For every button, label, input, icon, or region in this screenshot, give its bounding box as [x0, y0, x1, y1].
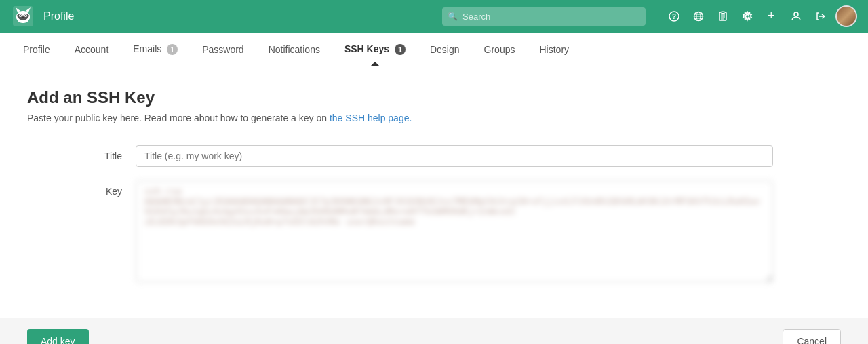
svg-rect-18	[721, 12, 725, 14]
tab-design[interactable]: Design	[418, 33, 472, 66]
help-icon[interactable]: ?	[665, 7, 684, 26]
svg-text:?: ?	[672, 13, 676, 20]
page-description: Paste your public key here. Read more ab…	[27, 113, 787, 123]
search-input[interactable]	[442, 7, 646, 26]
add-icon[interactable]: +	[762, 7, 781, 26]
signout-icon[interactable]	[811, 7, 830, 26]
avatar[interactable]	[835, 5, 857, 27]
subnav: Profile Account Emails 1 Password Notifi…	[0, 33, 868, 66]
tab-password[interactable]: Password	[190, 33, 256, 66]
search-container: 🔍	[442, 7, 646, 26]
svg-point-24	[794, 12, 798, 16]
logo[interactable]	[11, 4, 35, 28]
title-label: Title	[27, 145, 136, 161]
avatar-image	[837, 7, 856, 26]
key-label: Key	[27, 180, 136, 197]
search-icon: 🔍	[448, 12, 458, 21]
tab-profile[interactable]: Profile	[11, 33, 62, 66]
tab-emails[interactable]: Emails 1	[121, 33, 190, 66]
ssh-help-link[interactable]: the SSH help page.	[330, 113, 412, 123]
settings-icon[interactable]	[738, 7, 757, 26]
svg-point-9	[22, 17, 24, 18]
svg-point-8	[25, 15, 26, 16]
footer-bar: Add key Cancel	[0, 318, 868, 344]
title-field-row: Title	[27, 145, 787, 167]
svg-point-22	[746, 15, 749, 18]
tab-account[interactable]: Account	[62, 33, 121, 66]
cancel-button[interactable]: Cancel	[783, 329, 841, 344]
title-input[interactable]	[136, 145, 773, 167]
clipboard-icon[interactable]	[713, 7, 732, 26]
navbar-icons: ? +	[665, 5, 857, 27]
ssh-keys-badge: 1	[395, 44, 406, 55]
navbar-title: Profile	[43, 10, 74, 22]
add-key-button[interactable]: Add key	[27, 329, 89, 344]
key-input[interactable]: ssh-rsa AAAAB3NzaC1yc2EAAAADAQABAAABAQC3…	[136, 180, 773, 282]
main-content: Add an SSH Key Paste your public key her…	[0, 66, 814, 318]
tab-ssh-keys[interactable]: SSH Keys 1	[332, 33, 418, 66]
emails-badge: 1	[167, 44, 178, 55]
navbar: Profile 🔍 ? +	[0, 0, 868, 33]
tab-groups[interactable]: Groups	[472, 33, 528, 66]
svg-text:+: +	[768, 11, 775, 22]
globe-icon[interactable]	[689, 7, 708, 26]
page-title: Add an SSH Key	[27, 88, 787, 107]
user-icon[interactable]	[787, 7, 806, 26]
tab-notifications[interactable]: Notifications	[256, 33, 332, 66]
key-field-row: Key ssh-rsa AAAAB3NzaC1yc2EAAAADAQABAAAB…	[27, 180, 787, 282]
tab-history[interactable]: History	[527, 33, 581, 66]
svg-point-7	[20, 15, 21, 16]
